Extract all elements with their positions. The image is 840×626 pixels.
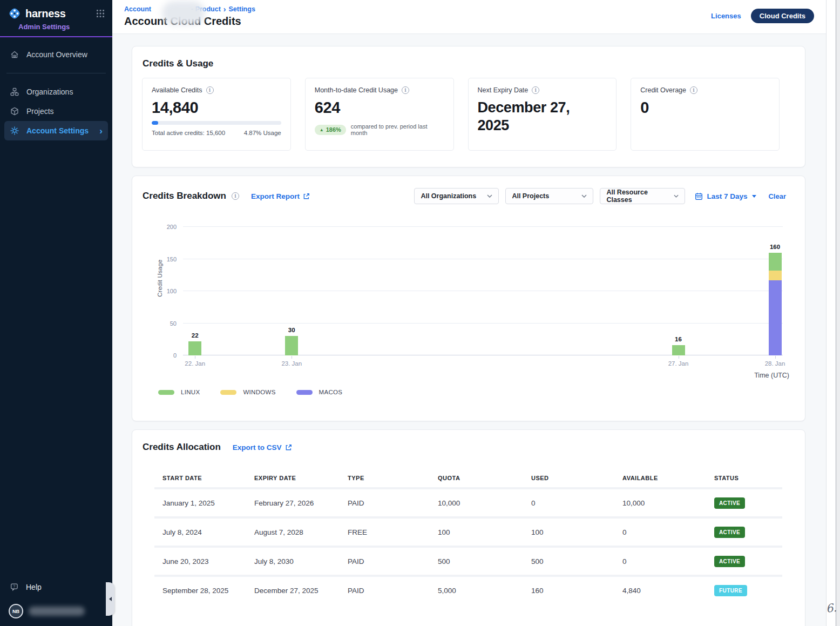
caret-down-icon xyxy=(752,195,756,198)
chart-legend: LINUXWINDOWSMACOS xyxy=(158,389,342,395)
cell-expiry-date: August 7, 2028 xyxy=(254,528,348,536)
column-header: QUOTA xyxy=(438,475,531,481)
nav-divider xyxy=(6,73,106,73)
info-icon[interactable] xyxy=(206,86,214,94)
export-csv-link[interactable]: Export to CSV xyxy=(233,443,292,452)
help-button[interactable]: ? Help xyxy=(0,577,112,597)
bar-linux[interactable] xyxy=(285,336,298,355)
breadcrumb-settings-link[interactable]: Settings xyxy=(229,5,255,13)
date-range-picker[interactable]: Last 7 Days xyxy=(695,192,756,200)
info-icon[interactable] xyxy=(690,86,697,94)
legend-item-windows[interactable]: WINDOWS xyxy=(220,389,275,395)
user-avatar[interactable]: NB xyxy=(9,604,23,618)
vertical-scrollbar[interactable] xyxy=(826,0,836,626)
credits-progress-fill xyxy=(152,121,158,125)
cell-type: FREE xyxy=(348,528,438,536)
sidebar-item-organizations[interactable]: Organizations xyxy=(4,82,108,102)
sidebar-item-label: Account Overview xyxy=(26,50,87,59)
app-grid-icon[interactable] xyxy=(96,9,105,18)
gridline xyxy=(183,259,783,259)
gridline xyxy=(183,226,783,227)
cell-expiry-date: February 27, 2026 xyxy=(254,499,348,507)
x-category-label: 28. Jan xyxy=(756,360,794,367)
cell-expiry-date: July 8, 2030 xyxy=(254,557,348,566)
next-expiry-value: December 27, 2025 xyxy=(478,99,580,134)
cell-used: 0 xyxy=(531,499,622,507)
bar-total-label: 160 xyxy=(759,244,791,250)
bar-total-label: 30 xyxy=(275,327,308,333)
calendar-icon xyxy=(695,192,703,200)
external-link-icon xyxy=(303,193,310,200)
bar-total-label: 16 xyxy=(662,336,695,342)
stat-label: Available Credits xyxy=(152,86,202,94)
legend-item-linux[interactable]: LINUX xyxy=(158,389,200,395)
sidebar-collapse-handle[interactable] xyxy=(106,582,114,616)
sidebar-item-account-overview[interactable]: Account Overview xyxy=(4,45,108,64)
sidebar-item-account-settings[interactable]: Account Settings xyxy=(4,121,108,140)
status-badge: ACTIVE xyxy=(714,527,745,538)
export-csv-label: Export to CSV xyxy=(233,443,282,452)
y-tick-label: 0 xyxy=(160,352,177,359)
projects-filter[interactable]: All Projects xyxy=(505,188,593,204)
gridline xyxy=(183,355,783,355)
usage-percent: 4.87% Usage xyxy=(244,130,281,136)
chevron-down-icon xyxy=(674,194,679,198)
legend-label: LINUX xyxy=(181,389,200,395)
redacted-username xyxy=(29,607,85,616)
legend-item-macos[interactable]: MACOS xyxy=(296,389,343,395)
export-report-link[interactable]: Export Report xyxy=(251,192,310,200)
cell-used: 100 xyxy=(531,528,622,536)
cell-available: 10,000 xyxy=(622,499,714,507)
svg-text:?: ? xyxy=(13,584,15,589)
info-icon[interactable] xyxy=(532,86,539,94)
credits-progress-bar xyxy=(152,121,281,125)
main-content: Account - Product › Settings Account Clo… xyxy=(112,0,840,626)
x-tick xyxy=(679,356,679,359)
x-tick xyxy=(292,356,292,359)
y-tick-label: 150 xyxy=(160,256,177,262)
licenses-link[interactable]: Licenses xyxy=(711,12,741,20)
bar-linux[interactable] xyxy=(188,341,201,355)
status-badge: ACTIVE xyxy=(714,556,745,567)
cell-quota: 500 xyxy=(438,557,531,566)
help-icon: ? xyxy=(10,582,19,592)
cell-quota: 10,000 xyxy=(438,499,531,507)
annotation-mark: 6. xyxy=(825,601,837,615)
cube-icon xyxy=(10,106,19,116)
info-icon[interactable] xyxy=(402,86,409,94)
sidebar-item-projects[interactable]: Projects xyxy=(4,102,108,121)
cell-used: 160 xyxy=(531,587,622,595)
organizations-filter[interactable]: All Organizations xyxy=(414,188,499,204)
resource-classes-filter[interactable]: All Resource Classes xyxy=(600,188,685,204)
projects-filter-value: All Projects xyxy=(512,192,549,200)
credit-overage-card: Credit Overage 0 xyxy=(631,78,780,151)
legend-swatch xyxy=(296,390,313,395)
breadcrumb-account-link[interactable]: Account xyxy=(124,5,151,13)
trend-percent: 186% xyxy=(326,126,341,133)
bar-linux[interactable] xyxy=(672,345,685,355)
cell-quota: 5,000 xyxy=(438,587,531,595)
bar-windows[interactable] xyxy=(769,271,782,280)
stat-label: Next Expiry Date xyxy=(478,86,529,94)
credits-chart: 0501001502002222. Jan3023. Jan1627. Jan1… xyxy=(183,227,783,355)
cell-type: PAID xyxy=(348,499,438,507)
clear-filters-link[interactable]: Clear xyxy=(768,192,786,200)
bar-linux[interactable] xyxy=(769,253,782,271)
column-header: EXPIRY DATE xyxy=(254,475,348,481)
info-icon[interactable] xyxy=(232,192,239,200)
x-category-label: 23. Jan xyxy=(273,360,310,367)
sidebar-item-label: Projects xyxy=(26,107,54,116)
legend-label: MACOS xyxy=(319,389,343,395)
credits-breakdown-title: Credits Breakdown xyxy=(143,191,226,201)
x-tick xyxy=(775,356,776,359)
column-header: START DATE xyxy=(162,475,254,481)
bar-macos[interactable] xyxy=(769,280,782,355)
stat-label: Credit Overage xyxy=(640,86,686,94)
mtd-usage-card: Month-to-date Credit Usage 624 ▲186% com… xyxy=(305,78,454,151)
credits-chart-area: Credit Usage 0501001502002222. Jan3023. … xyxy=(183,227,783,355)
stat-label: Month-to-date Credit Usage xyxy=(315,86,398,94)
resource-classes-filter-value: All Resource Classes xyxy=(606,189,668,204)
table-header-row: START DATEEXPIRY DATETYPEQUOTAUSEDAVAILA… xyxy=(154,469,782,487)
available-credits-card: Available Credits 14,840 Total active cr… xyxy=(142,78,291,151)
cloud-credits-button[interactable]: Cloud Credits xyxy=(751,9,814,23)
